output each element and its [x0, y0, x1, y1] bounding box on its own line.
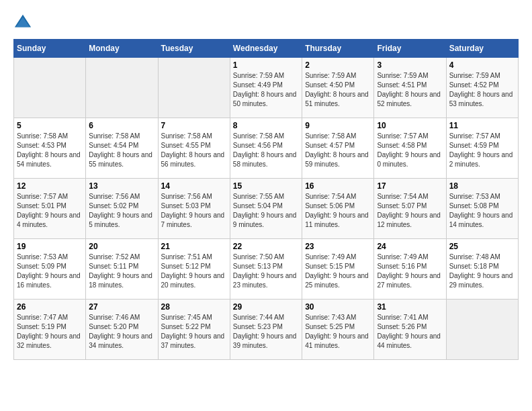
- day-number: 30: [305, 302, 371, 312]
- header-cell-wednesday: Wednesday: [230, 40, 302, 58]
- table-row: 22Sunrise: 7:50 AM Sunset: 5:13 PM Dayli…: [230, 239, 302, 300]
- day-info: Sunrise: 7:55 AM Sunset: 5:04 PM Dayligh…: [233, 192, 299, 230]
- table-row: [14, 58, 86, 118]
- table-row: 30Sunrise: 7:43 AM Sunset: 5:25 PM Dayli…: [302, 300, 374, 360]
- table-row: 21Sunrise: 7:51 AM Sunset: 5:12 PM Dayli…: [158, 239, 230, 300]
- day-info: Sunrise: 7:48 AM Sunset: 5:18 PM Dayligh…: [449, 253, 515, 290]
- day-number: 29: [233, 302, 299, 312]
- table-row: 8Sunrise: 7:58 AM Sunset: 4:56 PM Daylig…: [230, 118, 302, 179]
- day-number: 27: [89, 302, 154, 312]
- header-cell-friday: Friday: [374, 40, 446, 58]
- day-info: Sunrise: 7:50 AM Sunset: 5:13 PM Dayligh…: [233, 253, 299, 290]
- day-number: 25: [449, 242, 515, 251]
- header-cell-sunday: Sunday: [14, 40, 86, 58]
- table-row: 25Sunrise: 7:48 AM Sunset: 5:18 PM Dayli…: [446, 239, 518, 300]
- table-row: 29Sunrise: 7:44 AM Sunset: 5:23 PM Dayli…: [230, 300, 302, 360]
- logo-icon: [13, 13, 32, 32]
- day-number: 14: [161, 181, 227, 191]
- table-row: 19Sunrise: 7:53 AM Sunset: 5:09 PM Dayli…: [14, 239, 86, 300]
- day-info: Sunrise: 7:45 AM Sunset: 5:22 PM Dayligh…: [161, 313, 227, 351]
- table-row: 5Sunrise: 7:58 AM Sunset: 4:53 PM Daylig…: [14, 118, 86, 179]
- table-row: 1Sunrise: 7:59 AM Sunset: 4:49 PM Daylig…: [230, 58, 302, 118]
- day-number: 13: [89, 181, 154, 191]
- day-number: 18: [449, 181, 515, 191]
- day-info: Sunrise: 7:57 AM Sunset: 5:01 PM Dayligh…: [17, 192, 83, 230]
- table-row: 4Sunrise: 7:59 AM Sunset: 4:52 PM Daylig…: [446, 58, 518, 118]
- table-row: [446, 300, 518, 360]
- day-info: Sunrise: 7:56 AM Sunset: 5:02 PM Dayligh…: [89, 192, 154, 230]
- table-row: 2Sunrise: 7:59 AM Sunset: 4:50 PM Daylig…: [302, 58, 374, 118]
- day-number: 2: [305, 60, 371, 70]
- header-cell-saturday: Saturday: [446, 40, 518, 58]
- table-row: 16Sunrise: 7:54 AM Sunset: 5:06 PM Dayli…: [302, 179, 374, 239]
- table-row: 11Sunrise: 7:57 AM Sunset: 4:59 PM Dayli…: [446, 118, 518, 179]
- table-row: [86, 58, 158, 118]
- day-info: Sunrise: 7:57 AM Sunset: 4:58 PM Dayligh…: [377, 132, 443, 169]
- day-info: Sunrise: 7:58 AM Sunset: 4:54 PM Dayligh…: [89, 132, 154, 169]
- day-info: Sunrise: 7:41 AM Sunset: 5:26 PM Dayligh…: [377, 313, 443, 351]
- day-info: Sunrise: 7:56 AM Sunset: 5:03 PM Dayligh…: [161, 192, 227, 230]
- table-row: 26Sunrise: 7:47 AM Sunset: 5:19 PM Dayli…: [14, 300, 86, 360]
- day-info: Sunrise: 7:43 AM Sunset: 5:25 PM Dayligh…: [305, 313, 371, 351]
- header-row: SundayMondayTuesdayWednesdayThursdayFrid…: [14, 40, 519, 58]
- table-row: 28Sunrise: 7:45 AM Sunset: 5:22 PM Dayli…: [158, 300, 230, 360]
- calendar-week-3: 12Sunrise: 7:57 AM Sunset: 5:01 PM Dayli…: [14, 179, 519, 239]
- day-number: 28: [161, 302, 227, 312]
- day-info: Sunrise: 7:53 AM Sunset: 5:08 PM Dayligh…: [449, 192, 515, 230]
- day-number: 16: [305, 181, 371, 191]
- table-row: 13Sunrise: 7:56 AM Sunset: 5:02 PM Dayli…: [86, 179, 158, 239]
- day-number: 15: [233, 181, 299, 191]
- day-number: 12: [17, 181, 83, 191]
- day-number: 10: [377, 121, 443, 130]
- day-info: Sunrise: 7:59 AM Sunset: 4:52 PM Dayligh…: [449, 71, 515, 109]
- calendar-week-1: 1Sunrise: 7:59 AM Sunset: 4:49 PM Daylig…: [14, 58, 519, 118]
- day-number: 3: [377, 60, 443, 70]
- day-info: Sunrise: 7:59 AM Sunset: 4:51 PM Dayligh…: [377, 71, 443, 109]
- day-info: Sunrise: 7:49 AM Sunset: 5:16 PM Dayligh…: [377, 253, 443, 290]
- table-row: 18Sunrise: 7:53 AM Sunset: 5:08 PM Dayli…: [446, 179, 518, 239]
- day-info: Sunrise: 7:49 AM Sunset: 5:15 PM Dayligh…: [305, 253, 371, 290]
- day-info: Sunrise: 7:53 AM Sunset: 5:09 PM Dayligh…: [17, 253, 83, 290]
- table-row: 31Sunrise: 7:41 AM Sunset: 5:26 PM Dayli…: [374, 300, 446, 360]
- day-number: 11: [449, 121, 515, 130]
- day-info: Sunrise: 7:47 AM Sunset: 5:19 PM Dayligh…: [17, 313, 83, 351]
- day-number: 7: [161, 121, 227, 130]
- header-cell-thursday: Thursday: [302, 40, 374, 58]
- page-header: [13, 13, 519, 32]
- table-row: 3Sunrise: 7:59 AM Sunset: 4:51 PM Daylig…: [374, 58, 446, 118]
- day-number: 6: [89, 121, 154, 130]
- day-info: Sunrise: 7:58 AM Sunset: 4:53 PM Dayligh…: [17, 132, 83, 169]
- day-number: 4: [449, 60, 515, 70]
- calendar-body: 1Sunrise: 7:59 AM Sunset: 4:49 PM Daylig…: [14, 58, 519, 360]
- day-info: Sunrise: 7:57 AM Sunset: 4:59 PM Dayligh…: [449, 132, 515, 169]
- calendar-week-5: 26Sunrise: 7:47 AM Sunset: 5:19 PM Dayli…: [14, 300, 519, 360]
- table-row: 10Sunrise: 7:57 AM Sunset: 4:58 PM Dayli…: [374, 118, 446, 179]
- table-row: 9Sunrise: 7:58 AM Sunset: 4:57 PM Daylig…: [302, 118, 374, 179]
- day-number: 20: [89, 242, 154, 251]
- day-info: Sunrise: 7:46 AM Sunset: 5:20 PM Dayligh…: [89, 313, 154, 351]
- table-row: 15Sunrise: 7:55 AM Sunset: 5:04 PM Dayli…: [230, 179, 302, 239]
- day-number: 1: [233, 60, 299, 70]
- calendar-week-4: 19Sunrise: 7:53 AM Sunset: 5:09 PM Dayli…: [14, 239, 519, 300]
- day-number: 21: [161, 242, 227, 251]
- table-row: [158, 58, 230, 118]
- day-info: Sunrise: 7:54 AM Sunset: 5:07 PM Dayligh…: [377, 192, 443, 230]
- day-info: Sunrise: 7:59 AM Sunset: 4:50 PM Dayligh…: [305, 71, 371, 109]
- calendar-header: SundayMondayTuesdayWednesdayThursdayFrid…: [14, 40, 519, 58]
- table-row: 23Sunrise: 7:49 AM Sunset: 5:15 PM Dayli…: [302, 239, 374, 300]
- day-number: 26: [17, 302, 83, 312]
- day-info: Sunrise: 7:54 AM Sunset: 5:06 PM Dayligh…: [305, 192, 371, 230]
- day-info: Sunrise: 7:58 AM Sunset: 4:55 PM Dayligh…: [161, 132, 227, 169]
- table-row: 7Sunrise: 7:58 AM Sunset: 4:55 PM Daylig…: [158, 118, 230, 179]
- day-number: 22: [233, 242, 299, 251]
- table-row: 20Sunrise: 7:52 AM Sunset: 5:11 PM Dayli…: [86, 239, 158, 300]
- logo: [13, 13, 35, 32]
- day-info: Sunrise: 7:52 AM Sunset: 5:11 PM Dayligh…: [89, 253, 154, 290]
- day-info: Sunrise: 7:59 AM Sunset: 4:49 PM Dayligh…: [233, 71, 299, 109]
- day-info: Sunrise: 7:58 AM Sunset: 4:57 PM Dayligh…: [305, 132, 371, 169]
- day-info: Sunrise: 7:51 AM Sunset: 5:12 PM Dayligh…: [161, 253, 227, 290]
- table-row: 12Sunrise: 7:57 AM Sunset: 5:01 PM Dayli…: [14, 179, 86, 239]
- calendar-table: SundayMondayTuesdayWednesdayThursdayFrid…: [13, 39, 519, 360]
- header-cell-monday: Monday: [86, 40, 158, 58]
- day-number: 9: [305, 121, 371, 130]
